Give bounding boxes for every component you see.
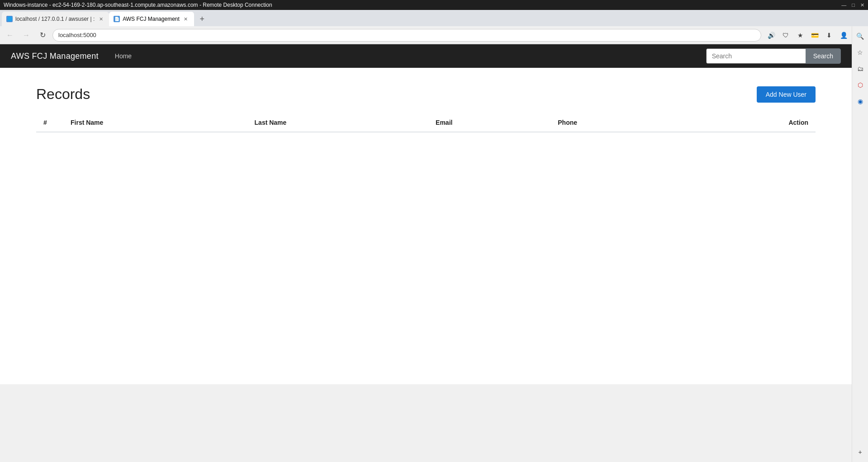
downloads-button[interactable]: ⬇: [823, 29, 835, 42]
records-table: # First Name Last Name Email Phone Actio…: [36, 113, 816, 132]
browser-wallet-button[interactable]: 💳: [808, 29, 821, 42]
col-header-num: #: [36, 113, 63, 132]
col-header-email: Email: [428, 113, 550, 132]
sidebar-copilot-icon[interactable]: ◉: [854, 95, 867, 108]
toolbar-icons: 🔊 🛡 ★ 💳 ⬇ 👤 …: [765, 29, 864, 42]
title-bar: Windows-instance - ec2-54-169-2-180.ap-s…: [0, 0, 868, 10]
records-header: Records Add New User: [36, 86, 816, 103]
tab1-label: localhost / 127.0.0.1 / awsuser | :: [15, 16, 95, 22]
close-button[interactable]: ✕: [860, 2, 864, 8]
search-input[interactable]: [706, 48, 806, 64]
main-content: Records Add New User # First Name Last N…: [0, 68, 852, 384]
col-header-action: Action: [683, 113, 816, 132]
read-aloud-button[interactable]: 🔊: [765, 29, 778, 42]
address-bar-input[interactable]: [52, 29, 761, 42]
search-button[interactable]: Search: [806, 48, 841, 64]
navbar-search: Search: [706, 48, 841, 64]
tab1-close-button[interactable]: ✕: [97, 15, 104, 23]
app-container: AWS FCJ Management Home Search Records A…: [0, 44, 852, 462]
back-button[interactable]: ←: [4, 29, 16, 42]
browser-sidebar-panel: 🔍 ☆ 🗂 ⬡ ◉ +: [852, 26, 868, 462]
tab1-icon: 🌐: [6, 16, 13, 22]
title-bar-text: Windows-instance - ec2-54-169-2-180.ap-s…: [4, 2, 272, 8]
address-bar-row: ← → ↻ 🔊 🛡 ★ 💳 ⬇ 👤 …: [0, 26, 868, 44]
navbar: AWS FCJ Management Home Search: [0, 44, 852, 68]
tab2-icon: 📄: [114, 16, 120, 22]
page-title: Records: [36, 86, 90, 103]
tab-awsuser[interactable]: 🌐 localhost / 127.0.0.1 / awsuser | : ✕: [2, 12, 109, 26]
nav-link-home[interactable]: Home: [109, 50, 137, 62]
tab-bar: 🌐 localhost / 127.0.0.1 / awsuser | : ✕ …: [0, 10, 868, 26]
favorites-toolbar-button[interactable]: ★: [794, 29, 806, 42]
table-header-row: # First Name Last Name Email Phone Actio…: [36, 113, 816, 132]
sidebar-office-icon[interactable]: ⬡: [854, 79, 867, 91]
minimize-button[interactable]: —: [841, 2, 846, 8]
table-header: # First Name Last Name Email Phone Actio…: [36, 113, 816, 132]
tab2-close-button[interactable]: ✕: [182, 15, 190, 23]
profile-button[interactable]: 👤: [837, 29, 850, 42]
add-new-user-button[interactable]: Add New User: [757, 86, 816, 103]
forward-button[interactable]: →: [20, 29, 33, 42]
sidebar-collections-icon[interactable]: 🗂: [854, 62, 867, 75]
browser-essentials-button[interactable]: 🛡: [779, 29, 792, 42]
refresh-button[interactable]: ↻: [36, 29, 49, 42]
sidebar-search-icon[interactable]: 🔍: [854, 30, 867, 42]
col-header-phone: Phone: [550, 113, 682, 132]
sidebar-favorites-icon[interactable]: ☆: [854, 46, 867, 59]
navbar-brand: AWS FCJ Management: [11, 52, 99, 61]
new-tab-button[interactable]: +: [196, 13, 209, 25]
col-header-first-name: First Name: [63, 113, 247, 132]
navbar-nav: Home: [109, 50, 137, 62]
maximize-button[interactable]: □: [852, 2, 855, 8]
col-header-last-name: Last Name: [247, 113, 429, 132]
sidebar-add-icon[interactable]: +: [854, 446, 867, 458]
tab2-label: AWS FCJ Management: [123, 16, 180, 22]
tab-fcj-management[interactable]: 📄 AWS FCJ Management ✕: [109, 12, 194, 26]
